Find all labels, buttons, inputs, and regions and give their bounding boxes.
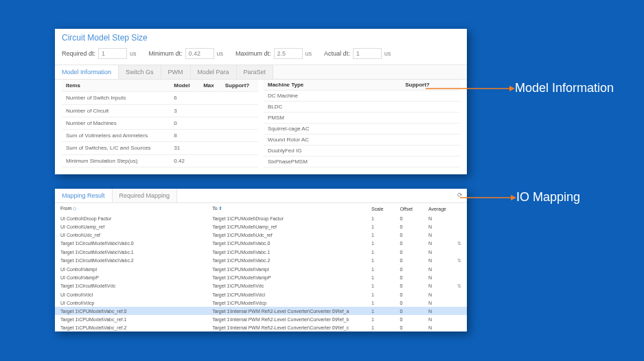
mapping-table: From ◇To ⬆ScaleOffsetAverageUI Control\D… bbox=[55, 203, 467, 331]
table-row[interactable]: UI Control\Uamp_refTarget 1\CPUModel\Uam… bbox=[55, 222, 467, 231]
table-row: PMSM bbox=[264, 113, 460, 124]
row-action-icon bbox=[452, 248, 467, 256]
table-row[interactable]: UI Control\VampPTarget 1\CPUModel\VampP1… bbox=[55, 273, 467, 281]
table-row: SixPhasePMSM bbox=[264, 156, 460, 167]
row-action-icon[interactable]: ⇅ bbox=[452, 256, 467, 265]
row-action-icon bbox=[452, 307, 467, 315]
col-header[interactable]: Average bbox=[423, 203, 452, 214]
tab-model-para[interactable]: Model Para bbox=[191, 65, 237, 79]
table-row[interactable]: Target 1\CircuitModel\Vabc\Vabc.0Target … bbox=[55, 239, 467, 248]
col-header: Model bbox=[170, 80, 199, 92]
tab-mapping-result[interactable]: Mapping Result bbox=[55, 189, 113, 202]
table-row: BLDC bbox=[264, 102, 460, 113]
model-info-table: ItemsModelMaxSupport?Number of Switch In… bbox=[62, 80, 258, 167]
unit-label: us bbox=[217, 50, 224, 57]
table-row[interactable]: Target 1\CircuitModel\Vabc\Vabc.1Target … bbox=[55, 248, 467, 256]
row-action-icon bbox=[452, 290, 467, 299]
row-action-icon bbox=[452, 315, 467, 323]
table-row[interactable]: Target 1\CircuitModel\VdcTarget 1\CPUMod… bbox=[55, 281, 467, 290]
table-row[interactable]: Target 1\CircuitModel\Vabc\Vabc.2Target … bbox=[55, 256, 467, 265]
actual-dt-input[interactable] bbox=[353, 48, 382, 59]
table-row: Number of Switch Inputs6 bbox=[62, 92, 258, 104]
row-action-icon bbox=[452, 214, 467, 222]
table-row[interactable]: UI Control\Udc_refTarget 1\CPUModel\Udc_… bbox=[55, 231, 467, 239]
table-row: Sum of Voltmeters and Ammeters8 bbox=[62, 130, 258, 142]
row-action-icon[interactable]: ⇅ bbox=[452, 239, 467, 248]
table-row[interactable]: Target 1\CPUModel\Vabc_ref.1Target 1\Int… bbox=[55, 315, 467, 323]
col-header[interactable]: To ⬆ bbox=[207, 203, 366, 214]
table-row[interactable]: UI Control\VdcpTarget 1\CPUModel\Vdcp10N bbox=[55, 299, 467, 307]
unit-label: us bbox=[306, 50, 312, 57]
required-dt-label: Required dt: bbox=[62, 50, 95, 57]
row-action-icon bbox=[452, 273, 467, 281]
row-action-icon bbox=[452, 265, 467, 273]
model-tabs: Model InformationSwitch GsPWMModel ParaP… bbox=[55, 65, 467, 80]
table-row[interactable]: Target 1\CPUModel\Vabc_ref.2Target 1\Int… bbox=[55, 323, 467, 331]
required-dt-input[interactable] bbox=[98, 48, 127, 59]
minimum-dt-label: Minimum dt: bbox=[149, 50, 183, 57]
minimum-dt-input[interactable] bbox=[185, 48, 214, 59]
col-header: Machine Type bbox=[264, 80, 401, 91]
col-header[interactable]: Scale bbox=[366, 203, 395, 214]
table-row[interactable]: UI Control\VdcITarget 1\CPUModel\VdcI10N bbox=[55, 290, 467, 299]
panel-title: Circuit Model Step Size bbox=[55, 29, 467, 45]
table-row[interactable]: UI Control\Droop FactorTarget 1\CPUModel… bbox=[55, 214, 467, 222]
maximum-dt-input[interactable] bbox=[274, 48, 303, 59]
step-size-row: Required dt: us Minimum dt: us Maximum d… bbox=[55, 45, 467, 65]
col-header: Support? bbox=[221, 80, 258, 92]
table-row: DoublyFed IG bbox=[264, 145, 460, 156]
table-row[interactable]: Target 1\CPUModel\Vabc_ref.0Target 1\Int… bbox=[55, 307, 467, 315]
col-header: Max bbox=[199, 80, 220, 92]
table-row: Sum of Switches, L/C and Sources31 bbox=[62, 142, 258, 154]
table-row: Wound Rotor AC bbox=[264, 135, 460, 145]
actual-dt-label: Actual dt: bbox=[324, 50, 350, 57]
callout-io-mapping: IO Mapping bbox=[460, 190, 580, 205]
circuit-model-panel: Circuit Model Step Size Required dt: us … bbox=[55, 29, 467, 174]
tab-paraset[interactable]: ParaSet bbox=[237, 65, 274, 79]
unit-label: us bbox=[130, 50, 137, 57]
tab-switch-gs[interactable]: Switch Gs bbox=[119, 65, 161, 79]
table-row: Squirrel-cage AC bbox=[264, 124, 460, 135]
row-action-icon bbox=[452, 222, 467, 231]
svg-marker-1 bbox=[509, 86, 515, 91]
tab-required-mapping[interactable]: Required Mapping bbox=[113, 189, 178, 202]
mapping-tabs: Mapping ResultRequired Mapping⟳ bbox=[55, 189, 467, 203]
tab-model-information[interactable]: Model Information bbox=[55, 65, 119, 79]
callout-label: Model Information bbox=[515, 81, 614, 95]
maximum-dt-label: Maximum dt: bbox=[235, 50, 271, 57]
callout-model-info: Model Information bbox=[426, 81, 614, 95]
row-action-icon bbox=[452, 323, 467, 331]
row-action-icon[interactable]: ⇅ bbox=[452, 281, 467, 290]
table-row: Number of Circuit3 bbox=[62, 104, 258, 117]
table-row: Minimum Simulation Step(us)0.42 bbox=[62, 154, 258, 167]
row-action-icon bbox=[452, 231, 467, 239]
svg-marker-3 bbox=[511, 195, 516, 200]
col-header: Items bbox=[62, 80, 170, 92]
col-header[interactable]: Offset bbox=[394, 203, 423, 214]
io-mapping-panel: Mapping ResultRequired Mapping⟳ From ◇To… bbox=[55, 189, 467, 331]
unit-label: us bbox=[384, 50, 391, 57]
tab-pwm[interactable]: PWM bbox=[161, 65, 191, 79]
table-row[interactable]: UI Control\VampITarget 1\CPUModel\VampI1… bbox=[55, 265, 467, 273]
callout-label: IO Mapping bbox=[516, 190, 580, 205]
row-action-icon bbox=[452, 299, 467, 307]
table-row: Number of Machines0 bbox=[62, 117, 258, 129]
col-header[interactable]: From ◇ bbox=[55, 203, 207, 214]
